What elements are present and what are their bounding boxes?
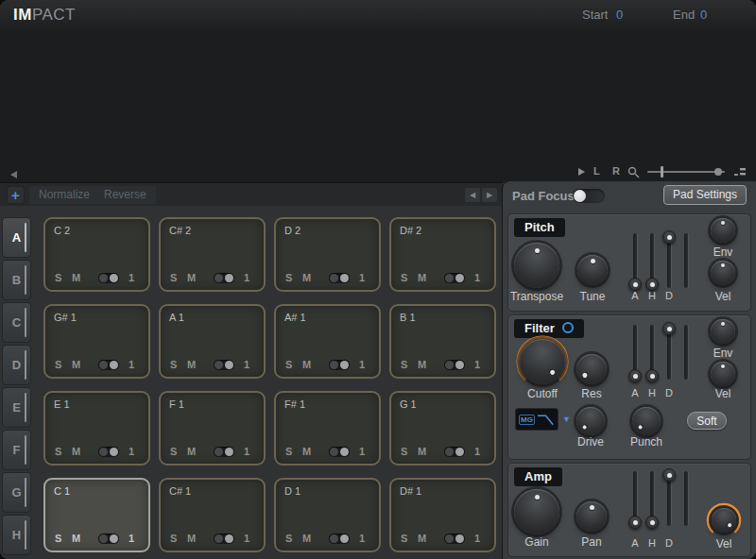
pitch-attack-slider[interactable]	[628, 233, 642, 288]
waveform-display[interactable]: L R	[0, 28, 756, 182]
solo-button[interactable]: S	[170, 446, 177, 457]
pad-cs-1[interactable]: C# 1SM1	[159, 478, 266, 552]
pad-group-toggle[interactable]	[444, 360, 465, 370]
pitch-vel-knob[interactable]	[711, 261, 735, 285]
choke-group-value[interactable]: 1	[474, 446, 480, 457]
bank-g[interactable]: G	[2, 472, 31, 513]
tune-knob[interactable]	[577, 255, 608, 285]
prev-sample-button[interactable]: ◀	[465, 188, 480, 202]
res-knob[interactable]	[576, 354, 607, 384]
pad-group-toggle[interactable]	[214, 273, 234, 283]
choke-group-value[interactable]: 1	[129, 446, 134, 457]
right-channel-button[interactable]: R	[612, 165, 620, 177]
pad-focus-toggle[interactable]	[573, 189, 605, 203]
bank-b[interactable]: B	[2, 260, 31, 300]
solo-button[interactable]: S	[401, 533, 407, 544]
mute-button[interactable]: M	[418, 533, 426, 544]
pad-group-toggle[interactable]	[444, 534, 465, 544]
transpose-knob[interactable]	[514, 243, 559, 288]
choke-group-value[interactable]: 1	[244, 272, 249, 283]
solo-button[interactable]: S	[55, 359, 61, 370]
filter-enable-icon[interactable]	[562, 322, 574, 333]
bank-f[interactable]: F	[2, 430, 31, 470]
pad-settings-button[interactable]: Pad Settings	[663, 185, 747, 205]
choke-group-value[interactable]: 1	[474, 533, 480, 544]
choke-group-value[interactable]: 1	[474, 272, 480, 283]
pad-group-toggle[interactable]	[214, 360, 234, 370]
soft-button[interactable]: Soft	[687, 412, 727, 430]
pad-ds-2[interactable]: D# 2SM1	[389, 217, 496, 292]
pad-g-1[interactable]: G 1SM1	[389, 391, 496, 466]
mute-button[interactable]: M	[187, 359, 196, 370]
pad-ds-1[interactable]: D# 1SM1	[389, 478, 496, 552]
filter-spare-slider[interactable]	[679, 325, 693, 380]
pad-group-toggle[interactable]	[329, 447, 350, 457]
choke-group-value[interactable]: 1	[129, 272, 134, 283]
solo-button[interactable]: S	[55, 533, 61, 544]
zoom-slider-handle[interactable]	[661, 166, 663, 178]
bank-h[interactable]: H	[2, 515, 31, 555]
filter-vel-knob[interactable]	[711, 362, 735, 386]
amp-hold-slider[interactable]	[645, 471, 659, 526]
solo-button[interactable]: S	[401, 446, 407, 457]
amp-spare-slider[interactable]	[679, 471, 693, 526]
mute-button[interactable]: M	[302, 359, 311, 370]
bank-d[interactable]: D	[2, 345, 31, 385]
next-sample-button[interactable]: ▶	[482, 188, 497, 202]
pad-group-toggle[interactable]	[98, 273, 119, 283]
choke-group-value[interactable]: 1	[359, 533, 365, 544]
pad-cs-2[interactable]: C# 2SM1	[159, 217, 266, 292]
mute-button[interactable]: M	[302, 272, 311, 283]
play-icon[interactable]	[578, 168, 585, 176]
filter-hold-slider[interactable]	[645, 325, 659, 380]
pad-group-toggle[interactable]	[214, 447, 234, 457]
filter-type-dropdown[interactable]: MG ▼	[515, 408, 571, 431]
end-value[interactable]: 0	[700, 8, 707, 22]
choke-group-value[interactable]: 1	[359, 359, 365, 370]
pad-group-toggle[interactable]	[329, 360, 350, 370]
pad-a-1[interactable]: A 1SM1	[159, 304, 266, 379]
pad-group-toggle[interactable]	[98, 534, 119, 544]
drive-knob[interactable]	[576, 407, 605, 435]
solo-button[interactable]: S	[285, 446, 292, 457]
zoom-preset-icon[interactable]	[733, 166, 747, 178]
choke-group-value[interactable]: 1	[129, 533, 134, 544]
mute-button[interactable]: M	[187, 533, 196, 544]
solo-button[interactable]: S	[285, 272, 292, 283]
gain-knob[interactable]	[514, 489, 559, 534]
solo-button[interactable]: S	[285, 533, 292, 544]
pad-b-1[interactable]: B 1SM1	[389, 304, 496, 379]
solo-button[interactable]: S	[401, 359, 407, 370]
filter-attack-slider[interactable]	[628, 325, 642, 380]
choke-group-value[interactable]: 1	[359, 446, 365, 457]
pan-knob[interactable]	[576, 501, 607, 532]
pitch-decay-slider[interactable]	[662, 233, 676, 288]
amp-decay-slider[interactable]	[662, 471, 676, 526]
cutoff-knob[interactable]	[520, 339, 565, 384]
amp-attack-slider[interactable]	[628, 471, 642, 526]
choke-group-value[interactable]: 1	[359, 272, 365, 283]
pad-as-1[interactable]: A# 1SM1	[274, 304, 381, 379]
bank-e[interactable]: E	[2, 387, 31, 428]
mute-button[interactable]: M	[418, 272, 426, 283]
solo-button[interactable]: S	[285, 359, 292, 370]
solo-button[interactable]: S	[55, 272, 61, 283]
solo-button[interactable]: S	[170, 359, 177, 370]
zoom-slider-end-dot[interactable]	[714, 168, 722, 176]
pad-group-toggle[interactable]	[329, 534, 350, 544]
amp-vel-knob[interactable]	[712, 508, 736, 533]
reverse-button[interactable]: Reverse	[94, 186, 156, 204]
start-value[interactable]: 0	[616, 8, 623, 22]
solo-button[interactable]: S	[170, 272, 177, 283]
pad-group-toggle[interactable]	[444, 447, 465, 457]
mute-button[interactable]: M	[418, 359, 426, 370]
pad-e-1[interactable]: E 1SM1	[43, 391, 150, 466]
solo-button[interactable]: S	[170, 533, 177, 544]
mute-button[interactable]: M	[72, 446, 80, 457]
solo-button[interactable]: S	[401, 272, 407, 283]
mute-button[interactable]: M	[418, 446, 426, 457]
pad-gs-1[interactable]: G# 1SM1	[43, 304, 150, 379]
mute-button[interactable]: M	[302, 533, 311, 544]
add-sample-button[interactable]: +	[7, 186, 25, 204]
mute-button[interactable]: M	[72, 272, 80, 283]
